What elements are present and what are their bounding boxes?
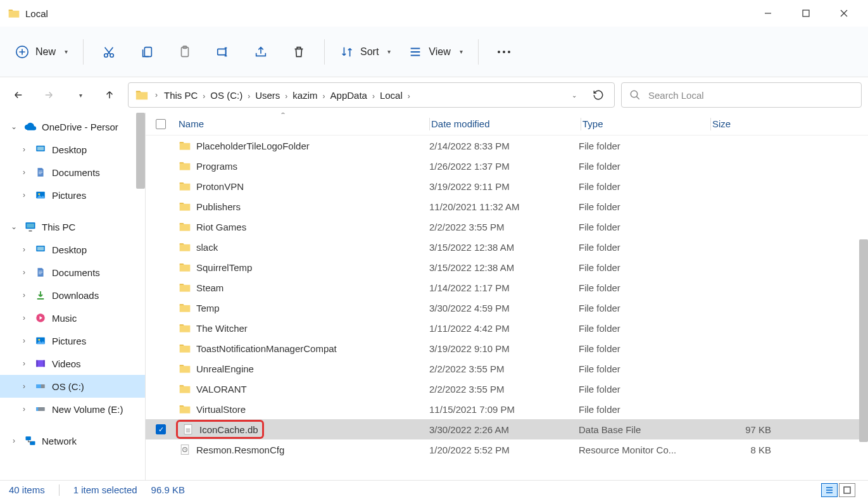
- chevron-right-icon[interactable]: ›: [9, 436, 19, 445]
- search-icon: [629, 89, 641, 101]
- history-dropdown[interactable]: ⌄: [561, 83, 585, 107]
- minimize-button[interactable]: [749, 0, 787, 27]
- sidebar-thispc[interactable]: ⌄ This PC: [0, 215, 145, 238]
- scrollbar[interactable]: [136, 113, 145, 189]
- breadcrumb-item[interactable]: OS (C:): [206, 87, 246, 103]
- sidebar-item[interactable]: ›Desktop: [0, 138, 145, 161]
- file-row[interactable]: ProtonVPN3/19/2022 9:11 PMFile folder: [146, 176, 868, 196]
- sidebar-item[interactable]: ›Videos: [0, 352, 145, 375]
- column-date[interactable]: Date modified: [431, 118, 581, 129]
- file-row[interactable]: SquirrelTemp3/15/2022 12:38 AMFile folde…: [146, 257, 868, 277]
- chevron-right-icon[interactable]: ›: [246, 92, 251, 101]
- sidebar-item[interactable]: ›Pictures: [0, 184, 145, 206]
- column-type[interactable]: Type: [582, 118, 710, 129]
- chevron-right-icon[interactable]: ›: [19, 359, 29, 368]
- column-size[interactable]: Size: [712, 118, 788, 129]
- row-checkbox[interactable]: ✓: [156, 424, 166, 434]
- sidebar-item[interactable]: ›Music: [0, 306, 145, 329]
- file-row[interactable]: Resmon.ResmonCfg1/20/2022 5:52 PMResourc…: [146, 439, 868, 460]
- back-button[interactable]: [6, 83, 30, 107]
- file-row[interactable]: ToastNotificationManagerCompat3/19/2022 …: [146, 338, 868, 358]
- sidebar-item[interactable]: ›Documents: [0, 161, 145, 184]
- address-bar[interactable]: › This PC›OS (C:)›Users›kazim›AppData›Lo…: [128, 82, 615, 108]
- file-type: File folder: [579, 303, 707, 313]
- sidebar-item[interactable]: ›Pictures: [0, 329, 145, 352]
- file-row[interactable]: Steam1/14/2022 1:17 PMFile folder: [146, 277, 868, 298]
- chevron-right-icon[interactable]: ›: [322, 92, 327, 101]
- close-button[interactable]: [825, 0, 863, 27]
- file-row[interactable]: UnrealEngine2/2/2022 3:55 PMFile folder: [146, 358, 868, 379]
- chevron-right-icon[interactable]: ›: [19, 145, 29, 154]
- sidebar-item[interactable]: ›Desktop: [0, 238, 145, 261]
- file-row[interactable]: Riot Games2/2/2022 3:55 PMFile folder: [146, 217, 868, 237]
- breadcrumb-item[interactable]: This PC: [160, 87, 201, 103]
- file-row[interactable]: Temp3/30/2022 4:59 PMFile folder: [146, 298, 868, 318]
- details-view-button[interactable]: [821, 483, 838, 497]
- chevron-right-icon[interactable]: ›: [371, 92, 376, 101]
- file-name: ProtonVPN: [196, 181, 244, 192]
- chevron-right-icon[interactable]: ›: [406, 92, 412, 101]
- sort-button[interactable]: Sort ▾: [332, 37, 398, 67]
- sidebar-item[interactable]: ›New Volume (E:): [0, 398, 145, 420]
- sidebar-label: Network: [42, 436, 77, 446]
- rename-button[interactable]: [205, 37, 241, 67]
- cloud-icon: [24, 120, 37, 133]
- file-row[interactable]: PlaceholderTileLogoFolder2/14/2022 8:33 …: [146, 136, 868, 156]
- refresh-button[interactable]: [586, 83, 610, 107]
- forward-button[interactable]: [37, 83, 61, 107]
- scrollbar[interactable]: [859, 239, 868, 442]
- item-icon: [34, 243, 47, 256]
- recent-button[interactable]: ▾: [67, 83, 91, 107]
- up-button[interactable]: [97, 83, 122, 107]
- file-row[interactable]: slack3/15/2022 12:38 AMFile folder: [146, 237, 868, 257]
- maximize-button[interactable]: [787, 0, 825, 27]
- chevron-right-icon[interactable]: ›: [19, 168, 29, 177]
- file-name: ToastNotificationManagerCompat: [196, 343, 337, 354]
- view-button[interactable]: View ▾: [401, 37, 470, 67]
- chevron-right-icon[interactable]: ›: [19, 245, 29, 254]
- chevron-down-icon[interactable]: ⌄: [9, 222, 19, 231]
- sidebar-item[interactable]: ›Downloads: [0, 284, 145, 306]
- file-row[interactable]: Publishers11/20/2021 11:32 AMFile folder: [146, 196, 868, 217]
- cut-button[interactable]: [91, 37, 127, 67]
- sidebar-label: Desktop: [52, 144, 87, 155]
- chevron-down-icon[interactable]: ⌄: [9, 122, 19, 131]
- chevron-right-icon[interactable]: ›: [19, 336, 29, 345]
- chevron-right-icon[interactable]: ›: [19, 405, 29, 414]
- sidebar-item[interactable]: ›OS (C:): [0, 375, 145, 398]
- column-name[interactable]: Name⌃: [179, 118, 429, 129]
- sidebar-onedrive[interactable]: ⌄ OneDrive - Persor: [0, 115, 145, 138]
- breadcrumb-item[interactable]: kazim: [289, 87, 321, 103]
- share-button[interactable]: [243, 37, 279, 67]
- breadcrumb-item[interactable]: AppData: [327, 87, 371, 103]
- search-input[interactable]: [648, 90, 853, 101]
- breadcrumb-item[interactable]: Users: [251, 87, 284, 103]
- file-row[interactable]: Programs1/26/2022 1:37 PMFile folder: [146, 156, 868, 176]
- delete-button[interactable]: [281, 37, 317, 67]
- file-row[interactable]: ✓IconCache.db3/30/2022 2:26 AMData Base …: [146, 419, 868, 439]
- sidebar-item[interactable]: ›Documents: [0, 261, 145, 284]
- paste-button[interactable]: [167, 37, 203, 67]
- file-name: SquirrelTemp: [196, 262, 252, 273]
- chevron-right-icon[interactable]: ›: [19, 313, 29, 322]
- chevron-right-icon[interactable]: ›: [19, 191, 29, 199]
- file-name: VirtualStore: [196, 404, 246, 415]
- thumbnails-view-button[interactable]: [839, 483, 855, 497]
- copy-button[interactable]: [129, 37, 165, 67]
- select-all-checkbox[interactable]: [156, 119, 166, 129]
- search-box[interactable]: [621, 82, 862, 108]
- chevron-right-icon[interactable]: ›: [19, 291, 29, 300]
- svg-rect-7: [218, 49, 226, 54]
- file-row[interactable]: VALORANT2/2/2022 3:55 PMFile folder: [146, 379, 868, 399]
- chevron-right-icon[interactable]: ›: [19, 382, 29, 391]
- file-row[interactable]: VirtualStore11/15/2021 7:09 PMFile folde…: [146, 399, 868, 419]
- file-icon: [179, 443, 191, 456]
- breadcrumb-item[interactable]: Local: [376, 87, 406, 103]
- file-type: File folder: [579, 323, 707, 334]
- file-row[interactable]: The Witcher1/11/2022 4:42 PMFile folder: [146, 318, 868, 338]
- new-button[interactable]: New ▾: [8, 37, 75, 67]
- sidebar-network[interactable]: › Network: [0, 429, 145, 452]
- chevron-right-icon[interactable]: ›: [154, 91, 159, 99]
- chevron-right-icon[interactable]: ›: [19, 268, 29, 277]
- more-button[interactable]: [486, 37, 522, 67]
